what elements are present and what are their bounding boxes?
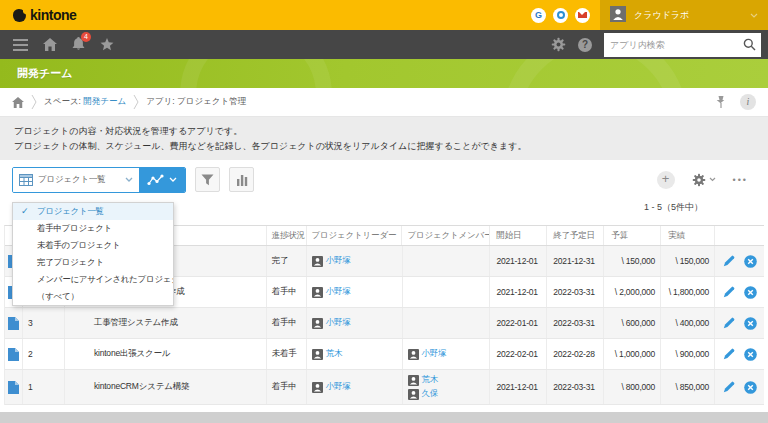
actual-cell: \ 150,000 [661, 246, 715, 276]
info-icon[interactable]: i [740, 94, 756, 110]
ring-app-icon[interactable] [553, 8, 568, 23]
member-link[interactable]: 久保 [408, 388, 439, 400]
search-input[interactable] [604, 40, 737, 50]
main-content: プロジェクト一覧 + [0, 166, 768, 423]
leader-name[interactable]: 小野塚 [326, 286, 351, 298]
add-record-button[interactable]: + [657, 171, 675, 189]
g-app-icon[interactable]: G [531, 8, 546, 23]
view-dropdown-item[interactable]: 着手中プロジェクト [13, 220, 173, 237]
leader-name[interactable]: 小野塚 [326, 255, 351, 267]
help-icon[interactable]: ? [578, 38, 592, 52]
breadcrumb-space-link[interactable]: 開発チーム [83, 96, 126, 106]
leader-name[interactable]: 荒木 [326, 348, 343, 360]
breadcrumb-app-label: アプリ: プロジェクト管理 [146, 96, 246, 108]
leader-link[interactable]: 小野塚 [312, 255, 351, 267]
settings-gear-icon[interactable] [551, 37, 566, 52]
actual-cell: \ 850,000 [661, 370, 715, 404]
delete-record-button[interactable] [744, 317, 757, 330]
budget-cell: \ 600,000 [604, 308, 661, 338]
actions-cell [715, 277, 764, 307]
delete-record-button[interactable] [744, 255, 757, 268]
global-nav-left: 4 [13, 37, 114, 53]
user-icon [312, 349, 323, 360]
edit-record-button[interactable] [723, 255, 735, 267]
app-settings-button[interactable] [692, 173, 716, 187]
view-dropdown-item-label: メンバーにアサインされたプロジェクト [37, 274, 173, 284]
budget-cell: \ 1,000,000 [604, 339, 661, 369]
search-icon[interactable] [737, 33, 761, 57]
view-selector[interactable]: プロジェクト一覧 [13, 168, 139, 192]
table-view-icon [19, 174, 33, 186]
start-date-cell: 2021-12-01 [490, 370, 547, 404]
filter-button[interactable] [195, 167, 220, 192]
view-toolbar: プロジェクト一覧 + [12, 166, 756, 193]
graph-view-button[interactable] [139, 168, 185, 192]
record-document-icon[interactable] [8, 317, 19, 330]
member-link[interactable]: 荒木 [408, 374, 439, 386]
leader-link[interactable]: 荒木 [312, 348, 343, 360]
leader-link[interactable]: 小野塚 [312, 317, 351, 329]
record-icon-cell [5, 339, 23, 369]
view-dropdown-item[interactable]: メンバーにアサインされたプロジェクト [13, 271, 173, 288]
space-title[interactable]: 開発チーム [0, 59, 768, 88]
edit-record-button[interactable] [723, 348, 735, 360]
kintone-logo[interactable]: kintone [13, 7, 76, 23]
leader-link[interactable]: 小野塚 [312, 381, 351, 393]
member-link[interactable]: 小野塚 [408, 348, 447, 360]
view-dropdown-item[interactable]: ✓プロジェクト一覧 [13, 203, 173, 220]
user-name: クラウドラボ [634, 9, 689, 22]
delete-record-button[interactable] [744, 348, 757, 361]
edit-record-button[interactable] [723, 286, 735, 298]
edit-record-button[interactable] [723, 317, 735, 329]
member-name[interactable]: 荒木 [422, 374, 439, 386]
status-cell: 着手中 [267, 370, 307, 404]
header-budget: 予算 [604, 226, 661, 245]
leader-cell: 小野塚 [307, 246, 403, 276]
end-date-cell: 2021-12-31 [547, 246, 604, 276]
project-name-cell: kintoneCRMシステム構築 [65, 370, 267, 404]
breadcrumb-actions: i [716, 94, 756, 110]
user-icon [312, 256, 323, 267]
actions-cell [715, 246, 764, 276]
edit-record-button[interactable] [723, 381, 735, 393]
notifications-bell-icon[interactable]: 4 [72, 37, 85, 53]
member-name[interactable]: 小野塚 [422, 348, 447, 360]
delete-record-button[interactable] [744, 286, 757, 299]
chevron-down-icon [169, 177, 177, 182]
record-document-icon[interactable] [8, 381, 19, 394]
leader-cell: 荒木 [307, 339, 403, 369]
view-dropdown-item[interactable]: 完了プロジェクト [13, 254, 173, 271]
leader-name[interactable]: 小野塚 [326, 317, 351, 329]
start-date-cell: 2021-12-01 [490, 277, 547, 307]
view-dropdown-item[interactable]: 未着手のプロジェクト [13, 237, 173, 254]
more-options-button[interactable]: ••• [733, 175, 748, 185]
home-icon[interactable] [43, 38, 57, 51]
start-date-cell: 2021-12-01 [490, 246, 547, 276]
pin-icon[interactable] [716, 95, 726, 109]
ring-glyph [557, 11, 565, 19]
line-graph-icon [147, 174, 164, 186]
leader-link[interactable]: 小野塚 [312, 286, 351, 298]
chart-button[interactable] [229, 167, 254, 192]
record-icon-cell [5, 370, 23, 404]
record-document-icon[interactable] [8, 348, 19, 361]
member-name[interactable]: 久保 [422, 388, 439, 400]
leader-cell: 小野塚 [307, 370, 403, 404]
bar-chart-icon [236, 174, 248, 186]
mail-app-icon[interactable] [575, 8, 590, 23]
member-cell [403, 308, 491, 338]
hamburger-menu-icon[interactable] [13, 39, 28, 51]
user-menu[interactable]: クラウドラボ [600, 0, 768, 30]
actual-cell: \ 900,000 [661, 339, 715, 369]
actions-cell [715, 308, 764, 338]
record-number-cell: 3 [23, 308, 65, 338]
chevron-down-icon [709, 177, 716, 182]
kintone-logo-text: kintone [30, 7, 76, 23]
favorites-star-icon[interactable] [100, 38, 114, 51]
breadcrumb-home-icon[interactable] [12, 97, 24, 108]
delete-record-button[interactable] [744, 381, 757, 394]
leader-name[interactable]: 小野塚 [326, 381, 351, 393]
header-start-date: 開始日 [490, 226, 547, 245]
view-dropdown-item[interactable]: （すべて） [13, 288, 173, 305]
member-cell [403, 246, 491, 276]
